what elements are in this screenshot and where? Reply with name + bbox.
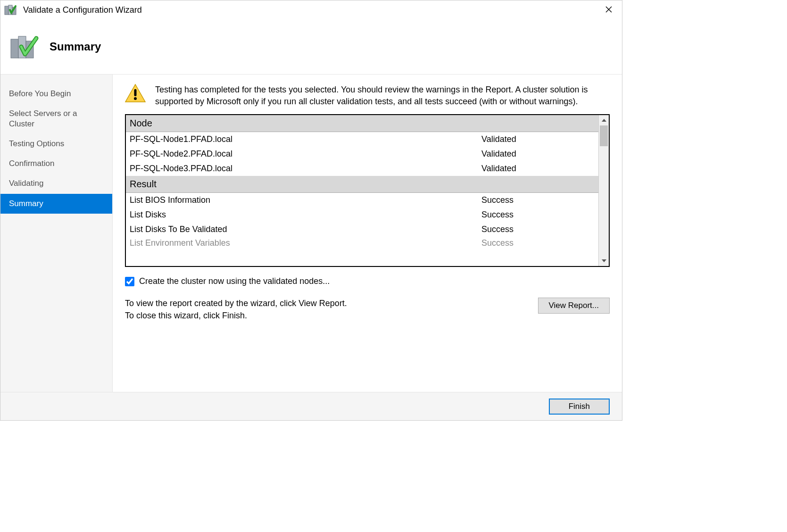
result-status: Success — [481, 224, 595, 234]
scroll-up-arrow[interactable] — [599, 115, 609, 125]
main-panel: Testing has completed for the tests you … — [113, 75, 622, 392]
view-report-button[interactable]: View Report... — [538, 298, 610, 314]
node-row: PF-SQL-Node3.PFAD.local Validated — [126, 161, 598, 176]
create-cluster-checkbox[interactable] — [125, 277, 134, 286]
result-section-header: Result — [126, 176, 598, 193]
warning-icon — [125, 84, 146, 103]
sidebar-item-validating[interactable]: Validating — [0, 174, 112, 193]
close-icon — [605, 5, 612, 15]
scroll-thumb[interactable] — [600, 125, 608, 146]
scroll-down-arrow[interactable] — [599, 256, 609, 266]
window-title: Validate a Configuration Wizard — [23, 5, 599, 15]
result-status: Success — [481, 195, 595, 205]
wizard-header: Summary — [0, 19, 622, 74]
page-title: Summary — [50, 40, 101, 53]
wizard-icon — [4, 3, 17, 17]
result-status: Success — [481, 238, 595, 244]
result-row-partial: List Environment Variables Success — [126, 237, 598, 246]
result-status: Success — [481, 210, 595, 220]
svg-rect-9 — [134, 89, 137, 96]
info-row: Testing has completed for the tests you … — [125, 84, 610, 108]
node-status: Validated — [481, 164, 595, 174]
result-name: List Disks To Be Validated — [130, 224, 481, 234]
results-box: Node PF-SQL-Node1.PFAD.local Validated P… — [125, 114, 610, 267]
scrollbar[interactable] — [598, 115, 609, 266]
create-cluster-checkbox-row[interactable]: Create the cluster now using the validat… — [125, 276, 610, 286]
node-section-header: Node — [126, 115, 598, 132]
create-cluster-label: Create the cluster now using the validat… — [139, 276, 330, 286]
node-row: PF-SQL-Node2.PFAD.local Validated — [126, 147, 598, 161]
node-row: PF-SQL-Node1.PFAD.local Validated — [126, 132, 598, 147]
content-area: Before You Begin Select Servers or a Clu… — [0, 74, 622, 392]
svg-rect-5 — [11, 39, 18, 58]
svg-marker-11 — [602, 119, 606, 122]
result-row: List BIOS Information Success — [126, 193, 598, 208]
sidebar-item-testing-options[interactable]: Testing Options — [0, 134, 112, 154]
sidebar-item-summary[interactable]: Summary — [0, 194, 112, 214]
close-button[interactable] — [599, 0, 618, 19]
sidebar-item-select-servers[interactable]: Select Servers or a Cluster — [0, 104, 112, 134]
titlebar: Validate a Configuration Wizard — [0, 0, 622, 19]
finish-button[interactable]: Finish — [549, 399, 610, 415]
result-name: List Disks — [130, 210, 481, 220]
results-list: Node PF-SQL-Node1.PFAD.local Validated P… — [126, 115, 598, 266]
node-status: Validated — [481, 134, 595, 144]
help-row: To view the report created by the wizard… — [125, 298, 610, 321]
node-name: PF-SQL-Node3.PFAD.local — [130, 164, 481, 174]
scroll-track[interactable] — [599, 125, 609, 256]
result-row: List Disks To Be Validated Success — [126, 222, 598, 237]
info-text: Testing has completed for the tests you … — [155, 84, 610, 108]
result-name: List Environment Variables — [130, 238, 481, 244]
help-line-2: To close this wizard, click Finish. — [125, 310, 347, 322]
summary-icon — [10, 33, 41, 60]
result-name: List BIOS Information — [130, 195, 481, 205]
svg-point-10 — [134, 97, 137, 100]
node-status: Validated — [481, 149, 595, 159]
sidebar-item-confirmation[interactable]: Confirmation — [0, 154, 112, 174]
help-line-1: To view the report created by the wizard… — [125, 298, 347, 309]
result-row: List Disks Success — [126, 208, 598, 222]
wizard-steps-sidebar: Before You Begin Select Servers or a Clu… — [0, 75, 113, 392]
svg-rect-0 — [5, 6, 8, 15]
svg-marker-12 — [602, 259, 606, 262]
help-text: To view the report created by the wizard… — [125, 298, 347, 321]
footer: Finish — [0, 392, 622, 420]
node-name: PF-SQL-Node1.PFAD.local — [130, 134, 481, 144]
node-name: PF-SQL-Node2.PFAD.local — [130, 149, 481, 159]
sidebar-item-before-you-begin[interactable]: Before You Begin — [0, 84, 112, 104]
